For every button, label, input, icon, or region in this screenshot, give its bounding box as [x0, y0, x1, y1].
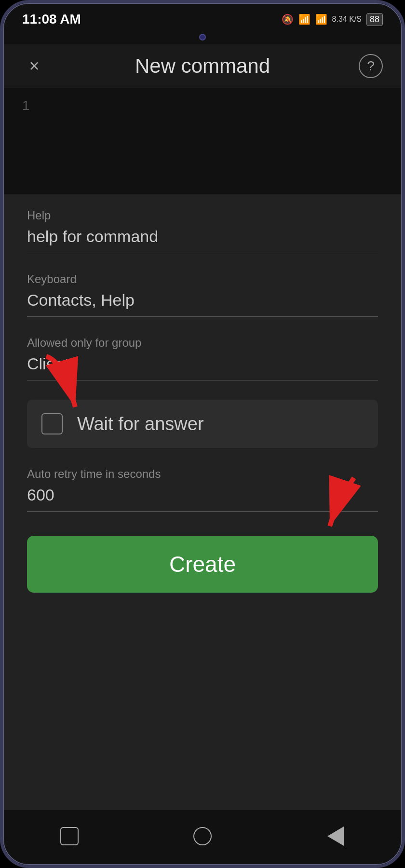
nav-bar [3, 810, 402, 865]
help-field: Help help for command [27, 209, 378, 253]
create-button[interactable]: Create [27, 536, 378, 593]
notch-area [3, 32, 402, 44]
keyboard-field: Keyboard Contacts, Help [27, 272, 378, 317]
help-value[interactable]: help for command [27, 227, 378, 253]
wifi-icon: 📶 [298, 14, 310, 25]
help-button[interactable]: ? [359, 54, 383, 78]
wait-for-answer-section: Wait for answer [27, 400, 378, 467]
battery-level: 88 [370, 14, 379, 25]
arrow-to-checkbox [32, 352, 119, 414]
wait-for-answer-checkbox[interactable] [41, 413, 63, 434]
help-label: Help [27, 209, 378, 222]
camera-dot [199, 34, 206, 41]
data-speed: 8.34 K/S [332, 15, 362, 24]
battery-indicator: 88 [366, 13, 383, 26]
app-header: × New command ? [3, 44, 402, 88]
keyboard-label: Keyboard [27, 272, 378, 286]
group-label: Allowed only for group [27, 336, 378, 350]
phone-shell: 11:08 AM 🔕 📶 📶 8.34 K/S 88 × New command… [0, 0, 405, 868]
line-number: 1 [22, 98, 30, 113]
arrow-to-create [282, 473, 368, 536]
recent-apps-button[interactable] [55, 822, 84, 851]
form-area: Help help for command Keyboard Contacts,… [3, 194, 402, 810]
home-button[interactable] [188, 822, 217, 851]
keyboard-value[interactable]: Contacts, Help [27, 291, 378, 317]
wait-for-answer-label: Wait for answer [77, 414, 204, 434]
editor-area[interactable]: 1 [3, 88, 402, 194]
back-button[interactable] [321, 822, 350, 851]
mute-icon: 🔕 [282, 14, 294, 25]
create-button-wrapper: Create [27, 536, 378, 593]
status-icons: 🔕 📶 📶 8.34 K/S 88 [282, 13, 383, 26]
status-bar: 11:08 AM 🔕 📶 📶 8.34 K/S 88 [3, 3, 402, 32]
status-time: 11:08 AM [22, 12, 81, 27]
signal-icon: 📶 [315, 14, 327, 25]
close-button[interactable]: × [22, 56, 46, 76]
app-content: × New command ? 1 Help help for command … [3, 44, 402, 810]
page-title: New command [135, 54, 270, 78]
